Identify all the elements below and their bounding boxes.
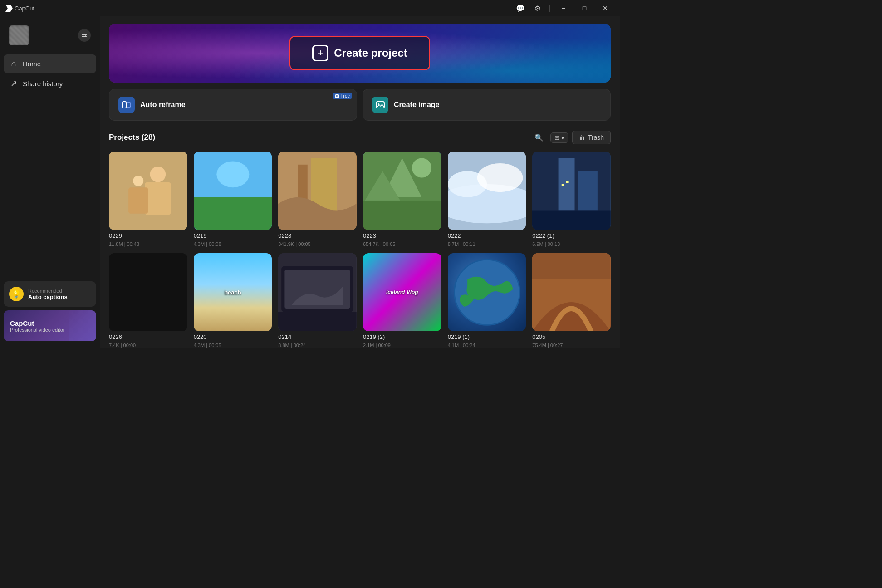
reframe-svg-icon xyxy=(122,100,132,110)
settings-button[interactable]: ⚙ xyxy=(530,2,545,15)
svg-rect-1 xyxy=(122,102,126,108)
project-name: 0214 xyxy=(278,333,357,340)
plus-icon: + xyxy=(318,47,323,59)
project-thumb xyxy=(109,253,187,332)
trash-button[interactable]: 🗑 Trash xyxy=(572,131,611,144)
project-thumb xyxy=(532,152,611,230)
titlebar: CapCut 💬 ⚙ − □ ✕ xyxy=(0,0,620,16)
promo-title: CapCut xyxy=(10,319,64,327)
project-thumb xyxy=(109,152,187,230)
project-thumb: Iceland Vlog xyxy=(363,253,441,332)
promo-subtitle: Professional video editor xyxy=(10,327,64,333)
capcut-logo-icon xyxy=(5,5,13,12)
svg-point-12 xyxy=(216,162,249,188)
project-meta: 7.4K | 00:00 xyxy=(109,343,187,348)
project-item[interactable]: 0214 8.8M | 00:24 xyxy=(278,253,357,348)
svg-rect-11 xyxy=(194,197,272,230)
auto-reframe-icon xyxy=(118,97,135,113)
free-badge-icon: ⊕ xyxy=(335,94,339,98)
project-name: 0222 xyxy=(448,232,526,239)
recommended-title: Auto captions xyxy=(28,294,68,300)
create-image-card[interactable]: Create image xyxy=(363,89,611,121)
close-button[interactable]: ✕ xyxy=(596,2,614,15)
project-item[interactable]: 0226 7.4K | 00:00 xyxy=(109,253,187,348)
project-meta: 8.7M | 00:11 xyxy=(448,241,526,247)
project-meta: 2.1M | 00:09 xyxy=(363,343,441,348)
project-meta: 8.8M | 00:24 xyxy=(278,343,357,348)
svg-rect-26 xyxy=(559,158,575,210)
project-item[interactable]: Iceland Vlog 0219 (2) 2.1M | 00:09 xyxy=(363,253,441,348)
app-name: CapCut xyxy=(15,5,34,12)
project-meta: 4.1M | 00:24 xyxy=(448,343,526,348)
feedback-button[interactable]: 💬 xyxy=(513,2,528,15)
svg-marker-0 xyxy=(5,5,13,12)
svg-point-6 xyxy=(150,167,166,182)
beach-overlay: beach xyxy=(194,253,272,332)
sidebar: ⇄ ⌂ Home ↗ Share history 💡 Recommended A… xyxy=(0,16,100,348)
project-thumb xyxy=(278,152,357,230)
promo-bg-shape xyxy=(69,310,96,341)
project-thumb: beach xyxy=(194,253,272,332)
svg-point-20 xyxy=(412,158,431,177)
project-item[interactable]: 0205 75.4M | 00:27 xyxy=(532,253,611,348)
recommended-card[interactable]: 💡 Recommended Auto captions xyxy=(4,281,96,307)
sidebar-nav: ⌂ Home ↗ Share history xyxy=(0,51,100,97)
project-thumb xyxy=(363,152,441,230)
home-icon: ⌂ xyxy=(9,59,18,69)
minimize-button[interactable]: − xyxy=(554,2,573,15)
project-name: 0223 xyxy=(363,232,441,239)
sidebar-item-share-history[interactable]: ↗ Share history xyxy=(4,74,96,93)
promo-card[interactable]: CapCut Professional video editor xyxy=(4,310,96,341)
sidebar-item-home[interactable]: ⌂ Home xyxy=(4,54,96,73)
project-meta: 6.9M | 00:13 xyxy=(532,241,611,247)
project-thumb xyxy=(532,253,611,332)
project-item[interactable]: 0228 341.9K | 00:05 xyxy=(278,152,357,247)
project-name: 0222 (1) xyxy=(532,232,611,239)
create-project-button[interactable]: + Create project xyxy=(289,36,430,70)
project-item[interactable]: 0223 654.7K | 00:05 xyxy=(363,152,441,247)
restore-button[interactable]: □ xyxy=(575,2,593,15)
iceland-overlay: Iceland Vlog xyxy=(363,253,441,332)
account-switch-button[interactable]: ⇄ xyxy=(78,29,91,42)
projects-actions: 🔍 ⊞ ▾ 🗑 Trash xyxy=(531,130,611,145)
project-item[interactable]: beach 0220 4.3M | 00:05 xyxy=(194,253,272,348)
avatar xyxy=(9,25,29,45)
create-project-label: Create project xyxy=(334,47,407,59)
search-button[interactable]: 🔍 xyxy=(531,130,547,145)
project-item[interactable]: 0229 11.8M | 00:48 xyxy=(109,152,187,247)
create-image-icon xyxy=(372,97,388,113)
svg-rect-28 xyxy=(532,211,611,230)
project-name: 0229 xyxy=(109,232,187,239)
project-item[interactable]: 0222 8.7M | 00:11 xyxy=(448,152,526,247)
trash-label: Trash xyxy=(588,134,604,141)
project-name: 0205 xyxy=(532,333,611,340)
project-item[interactable]: 0222 (1) 6.9M | 00:13 xyxy=(532,152,611,247)
main-layout: ⇄ ⌂ Home ↗ Share history 💡 Recommended A… xyxy=(0,16,620,348)
beach-label: beach xyxy=(224,289,241,296)
project-item[interactable]: 0219 4.3M | 00:08 xyxy=(194,152,272,247)
view-grid-icon: ⊞ xyxy=(554,134,559,141)
svg-rect-29 xyxy=(562,184,564,186)
content-area: + Create project Auto reframe ⊕ Free xyxy=(100,16,620,348)
project-meta: 75.4M | 00:27 xyxy=(532,343,611,348)
project-thumb xyxy=(448,253,526,332)
create-image-label: Create image xyxy=(394,101,440,109)
project-name: 0228 xyxy=(278,232,357,239)
create-project-icon: + xyxy=(312,45,328,61)
project-item[interactable]: 0219 (1) 4.1M | 00:24 xyxy=(448,253,526,348)
svg-point-24 xyxy=(477,163,523,192)
auto-reframe-card[interactable]: Auto reframe ⊕ Free xyxy=(109,89,357,121)
titlebar-icons: 💬 ⚙ − □ ✕ xyxy=(513,2,614,15)
project-meta: 11.8M | 00:48 xyxy=(109,241,187,247)
sidebar-bottom: 💡 Recommended Auto captions CapCut Profe… xyxy=(0,278,100,345)
project-thumb xyxy=(194,152,272,230)
promo-text: CapCut Professional video editor xyxy=(10,319,64,333)
projects-header: Projects (28) 🔍 ⊞ ▾ 🗑 Trash xyxy=(109,130,611,145)
project-meta: 4.3M | 00:05 xyxy=(194,343,272,348)
view-toggle[interactable]: ⊞ ▾ xyxy=(550,132,568,143)
projects-title: Projects (28) xyxy=(109,133,155,142)
sidebar-spacer xyxy=(0,97,100,278)
svg-point-8 xyxy=(133,176,143,186)
account-section[interactable]: ⇄ xyxy=(4,22,96,49)
svg-rect-7 xyxy=(145,182,171,215)
